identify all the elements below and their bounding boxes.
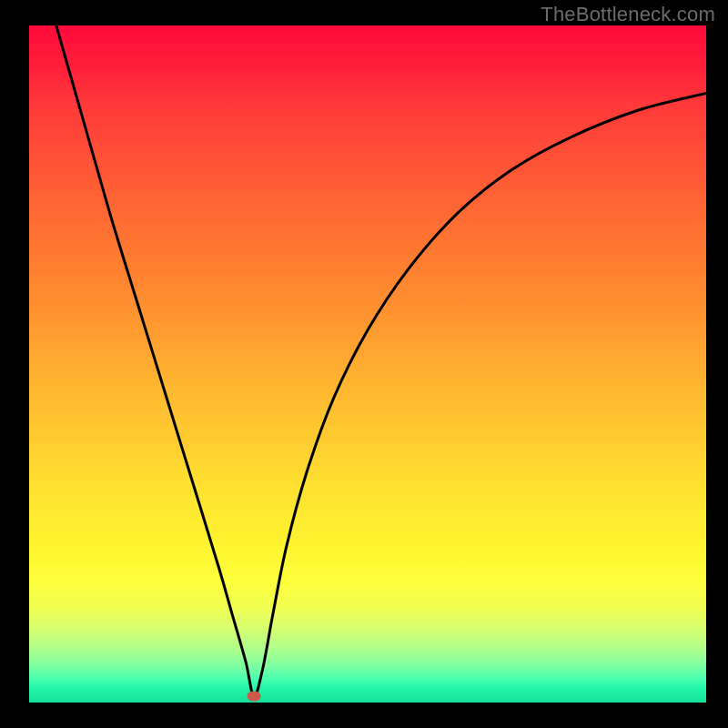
optimal-point-marker (248, 692, 261, 702)
bottleneck-curve (29, 25, 706, 703)
watermark-text: TheBottleneck.com (541, 3, 715, 26)
chart-frame: TheBottleneck.com (0, 0, 728, 728)
plot-area (29, 25, 706, 703)
